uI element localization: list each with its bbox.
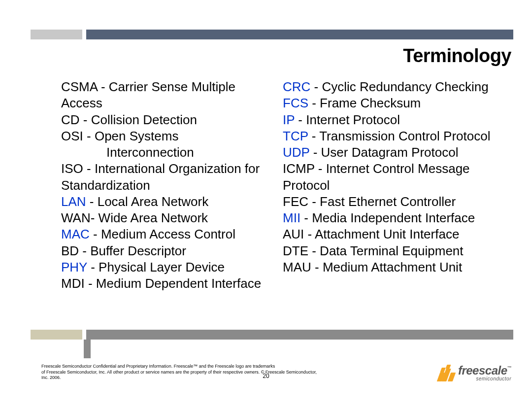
term-definition: - Media Independent Interface	[300, 210, 475, 225]
term-entry: ICMP - Internet Control Message Protocol	[283, 161, 504, 194]
term-abbr: CRC	[283, 79, 310, 94]
term-entry: FCS - Frame Checksum	[283, 95, 504, 111]
term-abbr: FCS	[283, 96, 308, 110]
term-definition: - Fast Ethernet Controller	[308, 194, 456, 209]
right-column: CRC - Cyclic Redundancy CheckingFCS - Fr…	[283, 79, 504, 327]
top-decor-main	[86, 30, 513, 39]
footer: Freescale Semiconductor Confidential and…	[0, 361, 532, 380]
term-definition: - Collision Detection	[80, 112, 197, 127]
top-decor-bar	[0, 30, 532, 39]
bottom-decor-bar	[0, 330, 532, 340]
term-entry: UDP - User Datagram Protocol	[283, 144, 504, 161]
term-definition: - Frame Checksum	[308, 96, 421, 110]
slide: Terminology CSMA - Carrier Sense Multipl…	[0, 0, 532, 411]
term-definition: - Medium Dependent Interface	[85, 276, 261, 291]
content-area: CSMA - Carrier Sense Multiple AccessCD -…	[61, 79, 512, 327]
term-abbr: ISO	[61, 161, 83, 176]
term-entry: OSI - Open Systems	[61, 128, 273, 144]
term-abbr: MAU	[283, 260, 311, 274]
term-abbr: DTE	[283, 243, 308, 258]
page-number: 20	[263, 373, 269, 379]
logo-tm: ™	[507, 365, 512, 370]
term-abbr: UDP	[283, 145, 309, 160]
bottom-decor-drop	[84, 340, 91, 358]
term-definition: - Transmission Control Protocol	[308, 129, 491, 143]
term-entry: IP - Internet Protocol	[283, 112, 504, 128]
logo-sub: semiconductor	[458, 377, 511, 381]
term-entry: DTE - Data Terminal Equipment	[283, 243, 504, 259]
term-definition: - Medium Access Control	[90, 227, 235, 241]
term-abbr: PHY	[61, 260, 87, 274]
term-entry: PHY - Physical Layer Device	[61, 259, 273, 275]
left-column: CSMA - Carrier Sense Multiple AccessCD -…	[61, 79, 273, 327]
term-abbr: BD	[61, 243, 79, 258]
term-abbr: MDI	[61, 276, 85, 291]
slide-title: Terminology	[403, 45, 511, 67]
freescale-logo-text: freescale™ semiconductor	[458, 365, 511, 381]
term-definition: - Data Terminal Equipment	[308, 243, 464, 258]
term-abbr: FEC	[283, 194, 308, 209]
term-entry: CD - Collision Detection	[61, 112, 273, 128]
term-definition: - Medium Attachment Unit	[311, 260, 462, 274]
term-abbr: IP	[283, 112, 295, 127]
term-definition: - Buffer Descriptor	[79, 243, 186, 258]
term-entry: FEC - Fast Ethernet Controller	[283, 194, 504, 210]
term-abbr: OSI	[61, 129, 83, 143]
term-definition: - International Organization for Standar…	[61, 161, 260, 192]
term-definition-cont: Interconnection	[61, 144, 273, 161]
logo-main: freescale	[458, 364, 507, 377]
term-entry: MAC - Medium Access Control	[61, 226, 273, 242]
term-definition: - Physical Layer Device	[87, 260, 225, 274]
term-abbr: ICMP	[283, 161, 315, 176]
term-abbr: CSMA	[61, 79, 98, 94]
freescale-logo: freescale™ semiconductor	[438, 365, 511, 381]
bottom-decor-stub	[31, 330, 82, 340]
term-definition: - User Datagram Protocol	[309, 145, 458, 160]
top-decor-stub	[31, 30, 82, 39]
term-abbr: WAN	[61, 210, 91, 225]
term-definition: - Open Systems	[83, 129, 179, 143]
legal-line-1: Freescale Semiconductor Confidential and…	[41, 364, 275, 369]
term-definition: - Local Area Network	[86, 194, 209, 209]
bottom-decor-main	[86, 330, 513, 340]
term-entry: AUI - Attachment Unit Interface	[283, 226, 504, 242]
term-abbr: AUI	[283, 227, 304, 241]
term-entry: TCP - Transmission Control Protocol	[283, 128, 504, 144]
term-entry: MII - Media Independent Interface	[283, 210, 504, 226]
term-entry: ISO - International Organization for Sta…	[61, 161, 273, 194]
legal-line-2: of Freescale Semiconductor, Inc. All oth…	[41, 370, 317, 380]
term-abbr: TCP	[283, 129, 308, 143]
term-abbr: CD	[61, 112, 80, 127]
term-entry: WAN- Wide Area Network	[61, 210, 273, 226]
term-entry: MAU - Medium Attachment Unit	[283, 259, 504, 275]
term-entry: LAN - Local Area Network	[61, 194, 273, 210]
term-abbr: LAN	[61, 194, 86, 209]
term-definition: - Cyclic Redundancy Checking	[310, 79, 488, 94]
term-abbr: MII	[283, 210, 300, 225]
term-entry: CRC - Cyclic Redundancy Checking	[283, 79, 504, 95]
term-entry: MDI - Medium Dependent Interface	[61, 275, 273, 292]
freescale-logo-icon	[438, 365, 455, 381]
term-abbr: MAC	[61, 227, 90, 241]
term-definition: - Wide Area Network	[91, 210, 208, 225]
term-definition: - Internet Protocol	[295, 112, 400, 127]
term-definition: - Attachment Unit Interface	[304, 227, 459, 241]
term-entry: BD - Buffer Descriptor	[61, 243, 273, 259]
legal-text: Freescale Semiconductor Confidential and…	[41, 364, 317, 380]
term-entry: CSMA - Carrier Sense Multiple Access	[61, 79, 273, 112]
